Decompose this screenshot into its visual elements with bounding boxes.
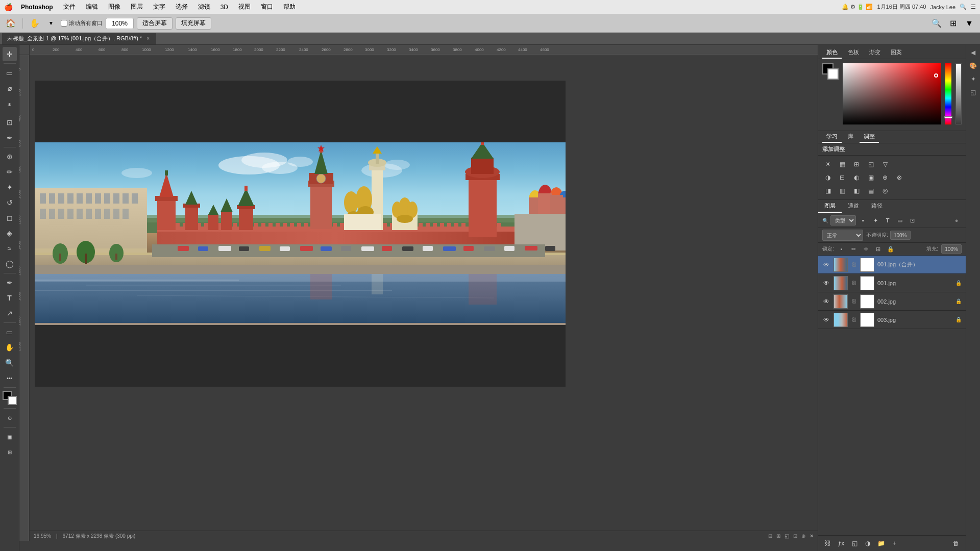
app-name-menu[interactable]: Photoshop bbox=[17, 3, 57, 12]
tab-close-btn[interactable]: × bbox=[145, 35, 151, 42]
layer-delete-btn[interactable]: 🗑 bbox=[950, 538, 962, 549]
status-icon-5[interactable]: ⊕ bbox=[801, 533, 805, 539]
menu-view[interactable]: 视图 bbox=[234, 2, 255, 12]
layer-vis-002[interactable]: 👁 bbox=[822, 297, 830, 306]
opacity-input[interactable] bbox=[890, 231, 911, 240]
layer-filter-shape[interactable]: ▭ bbox=[895, 215, 905, 226]
artboard-btn[interactable]: ⊞ bbox=[3, 445, 17, 459]
curves-icon[interactable]: ⊞ bbox=[851, 159, 862, 170]
menubar-list-icon[interactable]: ☰ bbox=[971, 4, 976, 10]
exposure-icon[interactable]: ◱ bbox=[865, 159, 876, 170]
menu-layer[interactable]: 图层 bbox=[127, 2, 147, 12]
hand-tool-btn[interactable]: ✋ bbox=[28, 17, 41, 30]
layers-tab-layers[interactable]: 图层 bbox=[818, 200, 842, 213]
menu-text[interactable]: 文字 bbox=[149, 2, 169, 12]
color-gradient-box[interactable] bbox=[843, 63, 941, 124]
screen-mode-btn[interactable]: ▣ bbox=[3, 430, 17, 444]
gradient-saturation[interactable] bbox=[843, 63, 941, 124]
alpha-slider[interactable] bbox=[955, 63, 962, 124]
layer-mask-btn[interactable]: ◱ bbox=[849, 538, 860, 549]
shape-tool[interactable]: ▭ bbox=[3, 325, 17, 339]
tab-library[interactable]: 库 bbox=[844, 131, 857, 143]
fit-screen-btn[interactable]: 适合屏幕 bbox=[137, 17, 173, 30]
tab-learn[interactable]: 学习 bbox=[822, 131, 842, 143]
layer-filter-pixel[interactable]: ▪ bbox=[858, 215, 868, 226]
tab-patterns[interactable]: 图案 bbox=[887, 47, 906, 59]
menu-3d[interactable]: 3D bbox=[216, 3, 232, 12]
bw-icon[interactable]: ◐ bbox=[851, 172, 862, 183]
marquee-tool[interactable]: ▭ bbox=[3, 66, 17, 80]
layer-adj-btn[interactable]: ◑ bbox=[862, 538, 873, 549]
layer-fx-btn[interactable]: ƒx bbox=[836, 538, 847, 549]
magic-wand-tool[interactable]: ⁎ bbox=[3, 96, 17, 111]
lasso-tool[interactable]: ⌀ bbox=[3, 81, 17, 95]
search-btn[interactable]: 🔍 bbox=[930, 17, 943, 30]
menu-image[interactable]: 图像 bbox=[104, 2, 125, 12]
zoom-input[interactable] bbox=[106, 18, 134, 29]
arrange-btn[interactable]: ⊞ bbox=[946, 17, 960, 30]
panel-toggle-btn[interactable]: ▼ bbox=[963, 17, 976, 30]
blend-mode-dropdown[interactable]: 正常 bbox=[822, 230, 863, 241]
layers-tab-paths[interactable]: 路径 bbox=[865, 200, 889, 213]
clone-tool[interactable]: ✦ bbox=[3, 180, 17, 194]
invert-icon[interactable]: ◨ bbox=[822, 185, 834, 196]
layer-group-btn[interactable]: 📁 bbox=[875, 538, 887, 549]
scroll-all-checkbox[interactable] bbox=[61, 20, 67, 27]
menu-help[interactable]: 帮助 bbox=[279, 2, 300, 12]
tab-adjust[interactable]: 调整 bbox=[860, 131, 879, 143]
menu-file[interactable]: 文件 bbox=[59, 2, 80, 12]
levels-icon[interactable]: ▦ bbox=[837, 159, 848, 170]
status-icon-6[interactable]: ✕ bbox=[810, 533, 814, 539]
threshold-icon[interactable]: ◧ bbox=[851, 185, 862, 196]
layer-filter-smart[interactable]: ⊡ bbox=[907, 215, 917, 226]
status-icon-2[interactable]: ⊞ bbox=[776, 533, 780, 539]
lock-transparent-btn[interactable]: ▪ bbox=[837, 244, 846, 254]
search-menubar-icon[interactable]: 🔍 bbox=[960, 4, 967, 10]
blur-tool[interactable]: ≈ bbox=[3, 241, 17, 256]
vibrance-icon[interactable]: ▽ bbox=[879, 159, 891, 170]
tab-swatches[interactable]: 色板 bbox=[844, 47, 863, 59]
layer-vis-merged[interactable]: 👁 bbox=[822, 261, 830, 269]
layer-row-001[interactable]: 👁 ⛓ 001.jpg 🔒 bbox=[818, 274, 966, 292]
menu-select[interactable]: 选择 bbox=[172, 2, 192, 12]
heal-tool[interactable]: ⊕ bbox=[3, 149, 17, 164]
path-select-tool[interactable]: ↗ bbox=[3, 306, 17, 320]
lock-position-btn[interactable]: ✛ bbox=[862, 244, 871, 254]
move-tool[interactable]: ✛ bbox=[3, 47, 17, 61]
menu-edit[interactable]: 编辑 bbox=[82, 2, 102, 12]
gradient-tool[interactable]: ◈ bbox=[3, 226, 17, 240]
color-lookup-icon[interactable]: ⊗ bbox=[894, 172, 905, 183]
layers-panel-icon[interactable]: ◱ bbox=[968, 87, 979, 98]
layers-tab-channels[interactable]: 通道 bbox=[842, 200, 865, 213]
tab-gradient[interactable]: 渐变 bbox=[865, 47, 885, 59]
panel-toggle-icon[interactable]: ◀ bbox=[968, 47, 979, 58]
layer-filter-toggle[interactable]: ● bbox=[951, 215, 962, 226]
pen-tool[interactable]: ✒ bbox=[3, 276, 17, 290]
background-swatch[interactable] bbox=[827, 68, 839, 80]
background-color[interactable] bbox=[8, 396, 17, 405]
apple-menu[interactable]: 🍎 bbox=[4, 3, 13, 11]
crop-tool[interactable]: ⊡ bbox=[3, 115, 17, 130]
dodge-tool[interactable]: ◯ bbox=[3, 257, 17, 271]
layer-filter-text[interactable]: T bbox=[883, 215, 893, 226]
history-brush-tool[interactable]: ↺ bbox=[3, 195, 17, 210]
selective-color-icon[interactable]: ◎ bbox=[879, 185, 891, 196]
quick-mask-btn[interactable]: ⊙ bbox=[3, 411, 17, 425]
lock-paint-btn[interactable]: ✏ bbox=[849, 244, 859, 254]
tab-color[interactable]: 颜色 bbox=[822, 47, 842, 59]
scroll-all-windows-checkbox[interactable]: 滚动所有窗口 bbox=[61, 19, 103, 27]
layers-kind-dropdown[interactable]: 类型 bbox=[830, 215, 856, 226]
color-panel-icon[interactable]: 🎨 bbox=[968, 60, 979, 71]
menu-window[interactable]: 窗口 bbox=[257, 2, 277, 12]
eraser-tool[interactable]: ◻ bbox=[3, 211, 17, 225]
layer-row-003[interactable]: 👁 ⛓ 003.jpg 🔒 bbox=[818, 311, 966, 329]
eyedropper-tool[interactable]: ✒ bbox=[3, 131, 17, 145]
hue-saturation-icon[interactable]: ◑ bbox=[822, 172, 834, 183]
layer-vis-001[interactable]: 👁 bbox=[822, 279, 830, 287]
document-tab[interactable]: 未标题_全景图-1 @ 17% (001.jpg（合并）, RGB/8#) * … bbox=[2, 33, 157, 44]
canvas-image[interactable]: ☞ bbox=[35, 142, 566, 325]
layer-link-btn[interactable]: ⛓ bbox=[822, 538, 834, 549]
hand-tool[interactable]: ✋ bbox=[3, 340, 17, 355]
fill-screen-btn[interactable]: 填充屏幕 bbox=[176, 17, 211, 30]
fill-input[interactable] bbox=[941, 244, 962, 254]
